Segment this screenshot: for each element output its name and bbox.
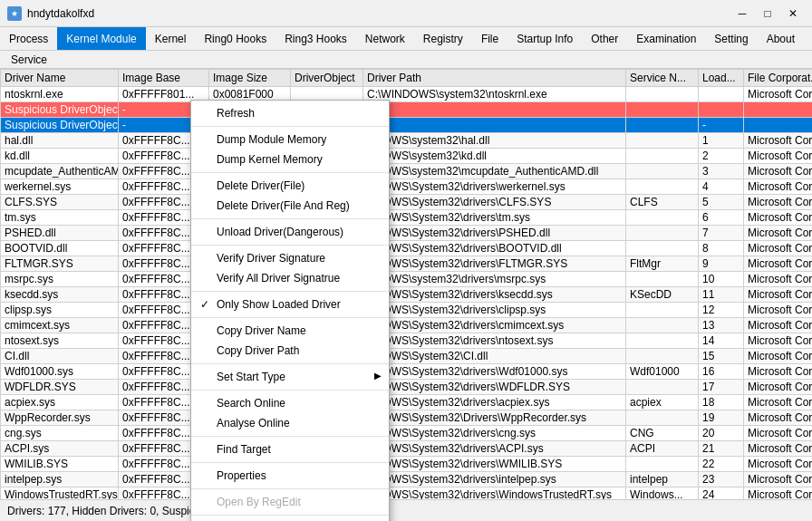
context-menu-item[interactable]: Verify Driver Signature [191, 248, 389, 268]
context-menu-item[interactable]: Analyse Online [191, 413, 389, 433]
table-row[interactable]: CI.dll0xFFFFF8C...NDOWS\System32\CI.dll1… [1, 349, 813, 364]
table-row[interactable]: werkernel.sys0xFFFFF8C...NDOWS\System32\… [1, 179, 813, 195]
submenu-service[interactable]: Service [0, 52, 58, 68]
statusbar: Drivers: 177, Hidden Drivers: 0, Suspici… [0, 499, 812, 521]
context-menu-separator [191, 515, 389, 516]
context-menu-item[interactable]: Copy Driver Path [191, 341, 389, 361]
table-row[interactable]: hal.dll0xFFFFF8C...NDOWS\system32\hal.dl… [1, 133, 813, 149]
driver-table: Driver Name Image Base Image Size Driver… [0, 69, 812, 499]
menu-setting[interactable]: Setting [705, 27, 757, 50]
context-menu-item[interactable]: Search Online [191, 393, 389, 413]
menu-startup-info[interactable]: Startup Info [508, 27, 582, 50]
context-menu-item[interactable]: Delete Driver(File) [191, 176, 389, 196]
titlebar: ★ hndytdakolfxd ─ □ ✕ [0, 0, 812, 27]
context-menu-separator [191, 291, 389, 292]
status-text: Drivers: 177, Hidden Drivers: 0, Suspici… [7, 505, 203, 517]
context-menu-separator [191, 488, 389, 489]
col-header-path[interactable]: Driver Path [363, 70, 626, 87]
context-menu-item[interactable]: Delete Driver(File And Reg) [191, 196, 389, 216]
table-row[interactable]: PSHED.dll0xFFFFF8C...NDOWS\System32\driv… [1, 226, 813, 241]
context-menu-item[interactable]: Find Target [191, 439, 389, 459]
table-row[interactable]: intelpep.sys0xFFFFF8C...NDOWS\System32\d… [1, 472, 813, 487]
context-menu-item[interactable]: Refresh [191, 103, 389, 123]
table-row[interactable]: ACPI.sys0xFFFFF8C...NDOWS\System32\drive… [1, 441, 813, 457]
menu-registry[interactable]: Registry [414, 27, 472, 50]
table-row[interactable]: ntosext.sys0xFFFFF8C...NDOWS\System32\dr… [1, 333, 813, 349]
context-menu-item[interactable]: Only Show Loaded Driver [191, 294, 389, 314]
context-menu-item[interactable]: Unload Driver(Dangerous) [191, 222, 389, 242]
menu-kernel[interactable]: Kernel [146, 27, 196, 50]
context-menu-item[interactable]: Open By RegEdit [191, 492, 389, 512]
menu-file[interactable]: File [472, 27, 508, 50]
table-row[interactable]: WindowsTrustedRT.sys0xFFFFF8C...NDOWS\Sy… [1, 487, 813, 500]
submenu-bar: Service [0, 51, 812, 69]
context-menu-item[interactable]: Copy Driver Name [191, 321, 389, 341]
table-row[interactable]: WppRecorder.sys0xFFFFF8C...NDOWS\System3… [1, 410, 813, 426]
col-header-dobj[interactable]: DriverObject [291, 70, 363, 87]
table-row[interactable]: cng.sys0xFFFFF8C...NDOWS\System32\driver… [1, 426, 813, 441]
minimize-button[interactable]: ─ [730, 5, 754, 23]
table-row[interactable]: FLTMGR.SYS0xFFFFF8C...NDOWS\System32\dri… [1, 256, 813, 272]
table-row[interactable]: WDFLDR.SYS0xFFFFF8C...NDOWS\System32\dri… [1, 380, 813, 395]
col-header-base[interactable]: Image Base [119, 70, 209, 87]
context-menu-separator [191, 245, 389, 246]
context-menu-separator [191, 436, 389, 437]
menu-kernel-module[interactable]: Kernel Module [57, 27, 145, 50]
context-menu-item[interactable]: Dump Module Memory [191, 130, 389, 150]
context-menu-separator [191, 172, 389, 173]
context-menu-item[interactable]: Properties [191, 466, 389, 486]
table-row[interactable]: cmimcext.sys0xFFFFF8C...NDOWS\System32\d… [1, 318, 813, 333]
col-header-svc[interactable]: Service N... [626, 70, 699, 87]
context-menu-separator [191, 317, 389, 318]
table-row[interactable]: WMILIB.SYS0xFFFFF8C...NDOWS\System32\dri… [1, 457, 813, 472]
menu-ring3-hooks[interactable]: Ring3 Hooks [276, 27, 356, 50]
menu-process[interactable]: Process [0, 27, 57, 50]
menu-about[interactable]: About [758, 27, 804, 50]
table-row[interactable]: ksecdd.sys0xFFFFF8C...NDOWS\System32\dri… [1, 287, 813, 303]
driver-table-container[interactable]: Driver Name Image Base Image Size Driver… [0, 69, 812, 499]
table-row[interactable]: ntoskrnl.exe0xFFFFF801...0x0081F000C:\WI… [1, 87, 813, 102]
table-row[interactable]: tm.sys0xFFFFF8C...NDOWS\System32\drivers… [1, 210, 813, 226]
app-title: hndytdakolfxd [27, 7, 94, 20]
context-menu: RefreshDump Module MemoryDump Kernel Mem… [190, 100, 390, 521]
menubar: Process Kernel Module Kernel Ring0 Hooks… [0, 27, 812, 51]
menu-network[interactable]: Network [356, 27, 414, 50]
context-menu-separator [191, 218, 389, 219]
table-row[interactable]: Suspicious DriverObject-0xFFFBD8... [1, 102, 813, 118]
col-header-load[interactable]: Load... [699, 70, 744, 87]
table-row[interactable]: msrpc.sys0xFFFFF8C...NDOWS\system32\driv… [1, 272, 813, 287]
table-row[interactable]: Wdf01000.sys0xFFFFF8C...NDOWS\System32\d… [1, 364, 813, 380]
context-menu-item[interactable]: Verify All Driver Signatrue [191, 268, 389, 288]
table-row[interactable]: kd.dll0xFFFFF8C...NDOWS\system32\kd.dll2… [1, 149, 813, 164]
col-header-size[interactable]: Image Size [209, 70, 291, 87]
context-menu-separator [191, 126, 389, 127]
app-icon: ★ [7, 6, 22, 21]
table-row[interactable]: CLFS.SYS0xFFFFF8C...NDOWS\System32\drive… [1, 195, 813, 210]
table-row[interactable]: acpiex.sys0xFFFFF8C...NDOWS\System32\dri… [1, 395, 813, 410]
context-menu-separator [191, 462, 389, 463]
table-row[interactable]: clipsp.sys0xFFFFF8C...NDOWS\System32\dri… [1, 303, 813, 318]
close-button[interactable]: ✕ [781, 5, 805, 23]
col-header-corp[interactable]: File Corporat... [744, 70, 813, 87]
menu-other[interactable]: Other [582, 27, 627, 50]
table-row[interactable]: BOOTVID.dll0xFFFFF8C...NDOWS\System32\dr… [1, 241, 813, 256]
table-row[interactable]: Suspicious DriverObject-- [1, 118, 813, 133]
table-row[interactable]: mcupdate_AuthenticAM...0xFFFFF8C...NDOWS… [1, 164, 813, 179]
context-menu-separator [191, 363, 389, 364]
menu-ring0-hooks[interactable]: Ring0 Hooks [195, 27, 276, 50]
maximize-button[interactable]: □ [756, 5, 779, 23]
context-menu-separator [191, 390, 389, 391]
context-menu-item[interactable]: Dump Kernel Memory [191, 150, 389, 169]
menu-examination[interactable]: Examination [627, 27, 705, 50]
context-menu-item[interactable]: Set Start Type [191, 367, 389, 387]
col-header-driver[interactable]: Driver Name [1, 70, 119, 87]
